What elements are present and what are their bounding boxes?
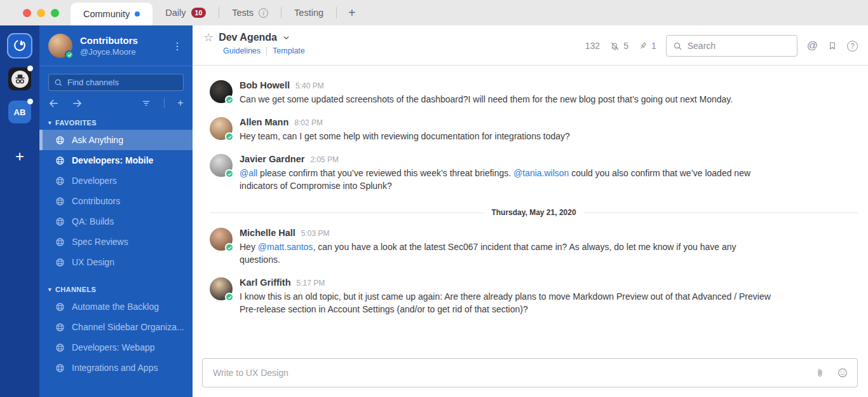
tab-testing[interactable]: Testing [281, 0, 336, 25]
message-time: 5:40 PM [295, 81, 324, 90]
tab-label: Community [83, 9, 130, 19]
avatar[interactable] [210, 228, 233, 251]
avatar[interactable] [210, 80, 233, 103]
server-rail: AB + [0, 25, 39, 397]
filter-icon[interactable] [141, 98, 151, 108]
back-arrow-icon[interactable] [48, 98, 59, 109]
user-handle: @Joyce.Moore [80, 47, 170, 57]
server-ab[interactable]: AB [8, 101, 31, 123]
find-channels-box[interactable] [48, 74, 184, 91]
online-badge-icon [225, 293, 234, 302]
chevron-down-icon: ▾ [48, 286, 51, 293]
channel-ask-anything[interactable]: Ask Anything [39, 130, 193, 150]
new-tab-button[interactable]: + [337, 6, 367, 20]
minimize-window-button[interactable] [37, 9, 45, 17]
message-input[interactable] [213, 368, 815, 378]
bookmark-icon[interactable] [827, 41, 837, 51]
server-initials: AB [14, 108, 26, 117]
channel-developers-webapp[interactable]: Developers: Webapp [39, 337, 193, 358]
globe-icon [55, 217, 65, 226]
add-channel-icon[interactable]: + [177, 97, 184, 109]
message-author[interactable]: Michelle Hall [240, 228, 295, 238]
info-icon: i [259, 8, 268, 18]
message-composer[interactable] [202, 358, 858, 387]
muted-count[interactable]: 5 [609, 41, 628, 52]
channel-header: ☆ Dev Agenda Guidelines Template 132 [193, 25, 868, 66]
channel-sidebar-organization[interactable]: Channel Sidebar Organiza... [39, 317, 193, 337]
channel-integrations-and-apps[interactable]: Integrations and Apps [39, 358, 193, 378]
globe-icon [55, 302, 65, 312]
add-server-button[interactable]: + [15, 148, 24, 165]
mention-link[interactable]: @matt.santos [258, 242, 313, 252]
server-community[interactable] [8, 34, 31, 57]
message-author[interactable]: Karl Griffith [240, 277, 291, 288]
message-text: @all please confirm that you’ve reviewed… [240, 167, 772, 192]
globe-icon [55, 363, 65, 373]
tab-label: Tests [232, 8, 254, 18]
avatar[interactable] [210, 117, 233, 140]
chevron-down-icon[interactable] [282, 34, 290, 42]
message-author[interactable]: Allen Mann [240, 117, 288, 127]
header-link-guidelines[interactable]: Guidelines [223, 46, 261, 55]
find-channels-input[interactable] [67, 78, 178, 87]
globe-icon [55, 176, 65, 186]
close-window-button[interactable] [23, 9, 31, 17]
message-michelle-hall[interactable]: Michelle Hall 5:03 PM Hey @matt.santos, … [193, 222, 868, 272]
channel-ux-design[interactable]: UX Design [39, 252, 193, 272]
message-time: 5:17 PM [297, 279, 325, 288]
tab-tests[interactable]: Tests i [219, 0, 281, 25]
tab-community[interactable]: Community [71, 3, 153, 25]
pinned-count[interactable]: 1 [638, 41, 656, 51]
channel-automate-the-backlog[interactable]: Automate the Backlog [39, 296, 193, 317]
message-allen-mann[interactable]: Allen Mann 8:02 PM Hey team, can I get s… [193, 111, 868, 148]
channel-qa-builds[interactable]: QA: Builds [39, 211, 193, 232]
message-time: 2:05 PM [310, 155, 339, 164]
search-input[interactable] [688, 41, 790, 51]
tab-daily[interactable]: Daily 10 [153, 0, 219, 25]
team-name: Contributors [80, 35, 170, 46]
avatar[interactable] [210, 154, 233, 177]
channel-developers-mobile[interactable]: Developers: Mobile [39, 150, 193, 171]
paperclip-icon[interactable] [815, 368, 825, 379]
sidebar-nav: + [48, 97, 184, 109]
server-incognito[interactable] [8, 67, 31, 90]
divider [164, 98, 165, 108]
globe-icon [55, 156, 65, 165]
channel-developers[interactable]: Developers [39, 171, 193, 191]
at-mention-icon[interactable]: @ [807, 39, 818, 52]
online-badge-icon [225, 169, 234, 178]
date-divider: Thursday, May 21, 2020 [210, 206, 858, 219]
zoom-window-button[interactable] [51, 9, 59, 17]
message-karl-griffith[interactable]: Karl Griffith 5:17 PM I know this is an … [193, 272, 868, 321]
search-box[interactable] [666, 35, 797, 57]
team-header[interactable]: Contributors @Joyce.Moore ⋮ [39, 25, 193, 66]
member-count[interactable]: 132 [585, 41, 600, 51]
notification-dot [27, 99, 33, 104]
message-bob-howell[interactable]: Bob Howell 5:40 PM Can we get some updat… [193, 74, 868, 111]
emoji-icon[interactable] [837, 367, 848, 379]
globe-icon [55, 237, 65, 247]
online-badge-icon [225, 95, 234, 104]
mention-link[interactable]: @tania.wilson [513, 168, 569, 178]
globe-icon [55, 197, 65, 206]
mention-link[interactable]: @all [240, 168, 257, 178]
kebab-menu-icon[interactable]: ⋮ [170, 40, 185, 52]
channel-spec-reviews[interactable]: Spec Reviews [39, 232, 193, 252]
star-icon[interactable]: ☆ [203, 32, 214, 43]
search-icon [54, 78, 63, 87]
header-link-template[interactable]: Template [273, 46, 305, 55]
forward-arrow-icon[interactable] [72, 98, 83, 109]
message-author[interactable]: Javier Gardner [240, 154, 304, 164]
help-icon[interactable]: ? [847, 41, 858, 52]
section-channels[interactable]: ▾ CHANNELS [39, 272, 193, 296]
window-titlebar: Community Daily 10 Tests i Testing + [0, 0, 868, 25]
incognito-avatar-icon [11, 71, 29, 88]
channel-contributors[interactable]: Contributors [39, 191, 193, 211]
globe-icon [55, 258, 65, 267]
message-javier-gardner[interactable]: Javier Gardner 2:05 PM @all please confi… [193, 148, 868, 198]
avatar[interactable] [210, 277, 233, 300]
message-author[interactable]: Bob Howell [240, 80, 290, 90]
channel-title[interactable]: Dev Agenda [219, 32, 277, 43]
tab-label: Daily [165, 8, 186, 18]
section-favorites[interactable]: ▾ FAVORITES [39, 111, 193, 130]
